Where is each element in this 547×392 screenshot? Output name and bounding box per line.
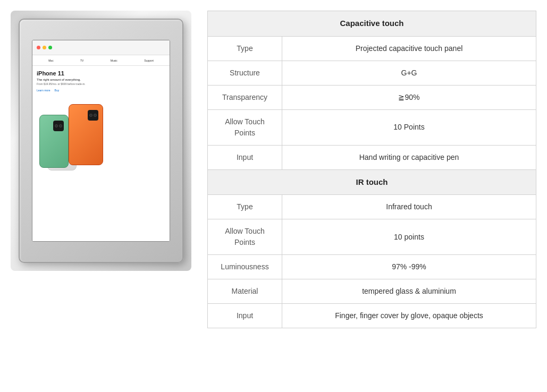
dot-yellow	[43, 46, 46, 49]
value-structure: G+G	[282, 61, 536, 85]
value-input-ir: Finger, finger cover by glove, opaque ob…	[282, 304, 536, 328]
lens	[94, 114, 97, 117]
iphone-subtitle: The right amount of everything.	[37, 78, 165, 81]
table-row: Type Infrared touch	[208, 195, 536, 219]
ir-header-cell: IR touch	[208, 169, 536, 195]
phone-orange	[69, 104, 103, 165]
iphone-links: Learn more Buy	[37, 89, 165, 92]
value-type-cap: Projected capacitive touch panel	[282, 36, 536, 61]
value-touch-points-ir: 10 points	[282, 219, 536, 255]
phone-camera-orange	[88, 110, 98, 121]
learn-more-link: Learn more	[37, 89, 51, 92]
phones-display	[37, 96, 165, 171]
table-row: Allow Touch Points 10 points	[208, 219, 536, 255]
label-type-ir: Type	[208, 195, 282, 219]
monitor-screen: Mac TV Music Support iPhone 11 The right…	[32, 40, 170, 242]
screen-content: Mac TV Music Support iPhone 11 The right…	[32, 55, 170, 241]
nav-item: Mac	[48, 59, 53, 62]
table-row: Luminousness 97% -99%	[208, 255, 536, 279]
table-section: Capacitive touch Type Projected capaciti…	[207, 11, 536, 328]
label-type-cap: Type	[208, 36, 282, 61]
image-section: Mac TV Music Support iPhone 11 The right…	[11, 11, 191, 271]
label-luminousness: Luminousness	[208, 255, 282, 279]
table-row: Input Hand writing or capacitive pen	[208, 145, 536, 169]
table-row: Transparency ≧90%	[208, 85, 536, 109]
table-row: Input Finger, finger cover by glove, opa…	[208, 304, 536, 328]
phone-camera-green	[53, 121, 64, 131]
monitor-frame: Mac TV Music Support iPhone 11 The right…	[19, 19, 183, 263]
capacitive-header-cell: Capacitive touch	[208, 11, 536, 37]
table-row: Material tempered glass & aluminium	[208, 279, 536, 304]
label-structure: Structure	[208, 61, 282, 85]
specs-table: Capacitive touch Type Projected capaciti…	[207, 11, 536, 328]
apple-content: iPhone 11 The right amount of everything…	[32, 66, 170, 175]
value-material: tempered glass & aluminium	[282, 279, 536, 304]
iphone-desc: From $19.95/mo. or $699 before trade-in.	[37, 82, 165, 86]
lens	[55, 124, 58, 127]
dot-green	[48, 46, 52, 49]
table-row: Type Projected capacitive touch panel	[208, 36, 536, 61]
label-touch-points-cap: Allow Touch Points	[208, 109, 282, 145]
device-image: Mac TV Music Support iPhone 11 The right…	[11, 11, 191, 271]
screen-header	[32, 40, 170, 55]
label-input-ir: Input	[208, 304, 282, 328]
value-type-ir: Infrared touch	[282, 195, 536, 219]
value-transparency: ≧90%	[282, 85, 536, 109]
page-container: Mac TV Music Support iPhone 11 The right…	[11, 11, 536, 328]
label-input-cap: Input	[208, 145, 282, 169]
nav-item: TV	[80, 59, 83, 62]
capacitive-header-row: Capacitive touch	[208, 11, 536, 37]
dot-red	[37, 46, 40, 49]
value-luminousness: 97% -99%	[282, 255, 536, 279]
lens	[59, 124, 62, 127]
value-input-cap: Hand writing or capacitive pen	[282, 145, 536, 169]
buy-link: Buy	[55, 89, 60, 92]
ir-header-row: IR touch	[208, 169, 536, 195]
nav-item: Support	[144, 59, 154, 62]
table-row: Structure G+G	[208, 61, 536, 85]
phone-green	[39, 115, 69, 168]
nav-item: Music	[111, 59, 117, 62]
table-row: Allow Touch Points 10 Points	[208, 109, 536, 145]
apple-nav: Mac TV Music Support	[32, 55, 170, 66]
value-touch-points-cap: 10 Points	[282, 109, 536, 145]
lens	[89, 114, 92, 117]
label-touch-points-ir: Allow Touch Points	[208, 219, 282, 255]
iphone-title: iPhone 11	[37, 70, 165, 76]
label-material: Material	[208, 279, 282, 304]
label-transparency: Transparency	[208, 85, 282, 109]
